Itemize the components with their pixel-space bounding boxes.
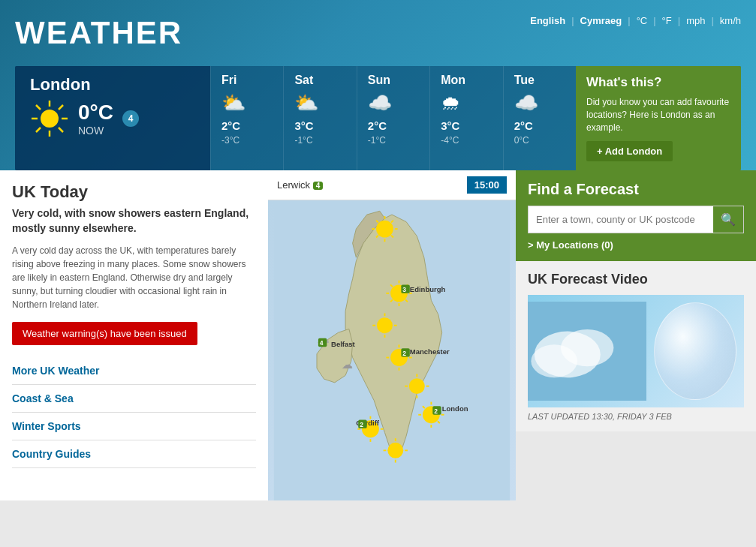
coast-sea-link[interactable]: Coast & Sea	[12, 385, 256, 413]
svg-line-5	[36, 105, 41, 110]
mon-weather-icon: 🌧	[441, 92, 460, 115]
add-london-button[interactable]: + Add London	[586, 141, 673, 161]
now-label: NOW	[78, 125, 113, 137]
main-content: UK Today Very cold, with snow showers ea…	[0, 170, 756, 500]
sun-high: 2°C	[368, 119, 387, 132]
search-input[interactable]	[529, 208, 713, 231]
svg-line-7	[59, 105, 63, 110]
forecast-day-sun: Sun ☁️ 2°C -1°C	[357, 66, 429, 170]
forecast-day-mon: Mon 🌧 3°C -4°C	[429, 66, 502, 170]
sun-weather-icon: ☁️	[368, 92, 392, 115]
find-forecast-title: Find a Forecast	[528, 181, 744, 198]
forecast-day-fri: Fri ⛅ 2°C -3°C	[210, 66, 283, 170]
current-weather-icon	[30, 99, 69, 138]
map-header: Lerwick 4 15:00	[268, 170, 516, 200]
whats-this-panel: What's this? Did you know you can add fa…	[576, 66, 741, 170]
svg-text:Belfast: Belfast	[331, 341, 356, 349]
day-name-mon: Mon	[441, 74, 465, 87]
video-updated: LAST UPDATED 13:30, FRIDAY 3 FEB	[528, 412, 744, 421]
alert-badge[interactable]: 4	[122, 110, 139, 127]
sun-low: -1°C	[368, 135, 386, 146]
header-controls: English | Cymraeg | °C | °F | mph | km/h	[530, 8, 741, 26]
fri-high: 2°C	[221, 119, 240, 132]
find-forecast-panel: Find a Forecast 🔍 > My Locations (0)	[516, 170, 756, 261]
lerwick-label: Lerwick 4	[277, 179, 323, 191]
svg-point-61	[377, 318, 393, 334]
right-panel: Find a Forecast 🔍 > My Locations (0) UK …	[516, 170, 756, 500]
uk-today-summary: Very cold, with snow showers eastern Eng…	[12, 206, 256, 236]
svg-text:Manchester: Manchester	[410, 347, 450, 356]
forecast-video-title: UK Forecast Video	[528, 272, 744, 287]
map-area: Lerwick 4 15:00	[268, 170, 516, 500]
mph-link[interactable]: mph	[686, 15, 705, 26]
tue-weather-icon: ☁️	[514, 92, 538, 115]
video-thumbnail[interactable]	[528, 295, 744, 407]
uk-map-svg: Edinburgh 3 ☁ Belfast 4 Manchester	[268, 200, 516, 500]
search-box: 🔍	[528, 206, 744, 233]
language-cymraeg-link[interactable]: Cymraeg	[580, 15, 622, 26]
fri-low: -3°C	[221, 135, 239, 146]
page-title: WEATHER	[15, 8, 182, 59]
forecast-days: Fri ⛅ 2°C -3°C Sat ⛅ 3°C -1°C Sun ☁️ 2°C…	[210, 66, 576, 170]
day-name-fri: Fri	[221, 74, 236, 87]
current-weather-bar: London 0°C	[15, 66, 741, 170]
uk-today-desc: A very cold day across the UK, with temp…	[12, 244, 256, 311]
whats-this-title: What's this?	[586, 75, 730, 90]
left-panel: UK Today Very cold, with snow showers ea…	[0, 170, 268, 500]
kmh-link[interactable]: km/h	[720, 15, 741, 26]
current-location-panel: London 0°C	[15, 66, 210, 170]
svg-text:4: 4	[320, 340, 324, 347]
unit-separator: |	[628, 15, 630, 26]
tue-high: 2°C	[514, 119, 533, 132]
country-guides-link[interactable]: Country Guides	[12, 440, 256, 468]
svg-line-6	[59, 128, 63, 132]
map-container: Edinburgh 3 ☁ Belfast 4 Manchester	[268, 200, 516, 500]
svg-text:London: London	[442, 404, 468, 413]
my-locations[interactable]: > My Locations (0)	[528, 233, 744, 251]
lerwick-name: Lerwick	[277, 179, 310, 191]
day-name-sat: Sat	[294, 74, 313, 87]
svg-text:Edinburgh: Edinburgh	[410, 285, 446, 293]
svg-point-0	[41, 110, 59, 128]
forecast-video-panel: UK Forecast Video LAST UPDATED 13:30, FR…	[516, 261, 756, 431]
svg-point-80	[561, 329, 613, 366]
winter-sports-link[interactable]: Winter Sports	[12, 413, 256, 440]
uk-today-title: UK Today	[12, 182, 256, 202]
svg-point-66	[409, 379, 425, 395]
speed-separator: |	[678, 15, 680, 26]
day-name-tue: Tue	[514, 74, 535, 87]
fahrenheit-link[interactable]: °F	[662, 15, 672, 26]
mon-low: -4°C	[441, 135, 459, 146]
speed-sep2: |	[711, 15, 713, 26]
current-city: London	[30, 75, 195, 95]
my-locations-link[interactable]: > My Locations (0)	[528, 239, 613, 251]
svg-text:2: 2	[402, 350, 406, 357]
lerwick-badge: 4	[313, 182, 324, 190]
forecast-day-sat: Sat ⛅ 3°C -1°C	[283, 66, 356, 170]
nav-links: More UK Weather Coast & Sea Winter Sport…	[12, 357, 256, 468]
mon-high: 3°C	[441, 119, 459, 132]
forecast-day-tue: Tue ☁️ 2°C 0°C	[503, 66, 576, 170]
svg-text:2: 2	[360, 421, 363, 428]
unit-sep2: |	[653, 15, 655, 26]
tue-low: 0°C	[514, 135, 529, 146]
svg-point-10	[376, 221, 393, 238]
sat-high: 3°C	[294, 119, 313, 132]
whats-this-description: Did you know you can add favourite locat…	[586, 96, 730, 134]
page-header: WEATHER English | Cymraeg | °C | °F | mp…	[0, 0, 756, 170]
language-english-link[interactable]: English	[530, 15, 565, 26]
sat-low: -1°C	[294, 135, 312, 146]
sat-weather-icon: ⛅	[294, 92, 318, 115]
celsius-link[interactable]: °C	[637, 15, 648, 26]
fri-weather-icon: ⛅	[221, 92, 245, 115]
more-uk-weather-link[interactable]: More UK Weather	[12, 357, 256, 385]
lang-separator: |	[571, 15, 574, 26]
day-name-sun: Sun	[368, 74, 390, 87]
video-bg-svg	[528, 295, 646, 407]
svg-text:3: 3	[402, 286, 406, 293]
weather-warning-button[interactable]: Weather warning(s) have been issued	[12, 322, 197, 345]
svg-point-71	[387, 443, 403, 458]
svg-text:2: 2	[434, 407, 438, 415]
current-temperature: 0°C	[78, 101, 113, 125]
search-button[interactable]: 🔍	[713, 206, 743, 233]
